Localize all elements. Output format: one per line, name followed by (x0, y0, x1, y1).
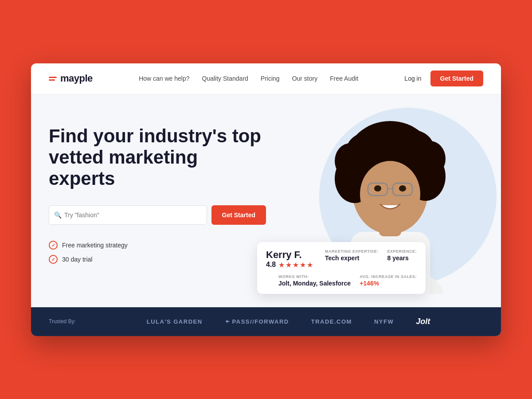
svg-point-16 (374, 185, 381, 192)
experience-value: 8 years (387, 254, 417, 262)
hero-feature-label-1: 30 day trial (62, 256, 92, 263)
star-3: ★ (293, 261, 299, 269)
svg-point-17 (399, 185, 406, 192)
trusted-logos: LULA'S GARDEN PASS//FORWARD TRADE.COM NY… (94, 317, 483, 326)
experience-label: EXPERIENCE: (387, 249, 417, 254)
star-2: ★ (286, 261, 292, 269)
trusted-logo-0: LULA'S GARDEN (147, 318, 203, 325)
nav-right: Log in Get Started (404, 70, 483, 86)
navbar: mayple How can we help? Quality Standard… (31, 63, 501, 94)
nav-link-audit[interactable]: Free Audit (330, 75, 358, 82)
search-icon: 🔍 (54, 211, 62, 219)
login-button[interactable]: Log in (404, 75, 421, 82)
nav-link-story[interactable]: Our story (292, 75, 318, 82)
expertise-label: MARKETING EXPERTISE: (325, 249, 379, 254)
hero-cta-button[interactable]: Get Started (211, 205, 266, 225)
expert-card-top: Kerry F. 4.8 ★ ★ ★ ★ ★ (266, 249, 417, 269)
expert-name-col: Kerry F. 4.8 ★ ★ ★ ★ ★ (266, 249, 313, 269)
hero-title: Find your industry's top vetted marketin… (49, 125, 266, 190)
expert-name: Kerry F. (266, 249, 313, 261)
trusted-logo-3: NYFW (374, 318, 394, 325)
increase-value: +146% (360, 280, 417, 287)
trusted-label: Trusted By: (49, 318, 76, 325)
logo-text: mayple (60, 73, 93, 84)
works-with-value: Jolt, Monday, Salesforce (278, 280, 351, 287)
expert-card: Kerry F. 4.8 ★ ★ ★ ★ ★ (257, 242, 426, 294)
star-5: ★ (307, 261, 313, 269)
logo[interactable]: mayple (49, 73, 93, 84)
nav-link-pricing[interactable]: Pricing (261, 75, 280, 82)
svg-point-9 (364, 125, 417, 165)
check-icon-0 (49, 241, 58, 250)
nav-links: How can we help? Quality Standard Pricin… (139, 75, 358, 82)
browser-window: mayple How can we help? Quality Standard… (31, 63, 501, 336)
hero-feature-0: Free marketing strategy (49, 241, 266, 250)
rating-number: 4.8 (266, 261, 276, 269)
stars: ★ ★ ★ ★ ★ (278, 261, 313, 269)
hero-feature-label-0: Free marketing strategy (62, 242, 128, 249)
expertise-value: Tech expert (325, 254, 379, 262)
hero-left: Find your industry's top vetted marketin… (49, 117, 266, 307)
logo-icon (49, 77, 57, 81)
search-input-wrapper: 🔍 (49, 205, 207, 225)
star-1: ★ (278, 261, 285, 269)
experience-col: EXPERIENCE: 8 years (387, 249, 417, 262)
increase-label: AVG. INCREASE IN SALES: (360, 274, 417, 279)
search-input[interactable] (49, 205, 207, 225)
hero-right: Kerry F. 4.8 ★ ★ ★ ★ ★ (266, 117, 483, 307)
nav-link-quality[interactable]: Quality Standard (202, 75, 248, 82)
hero-feature-1: 30 day trial (49, 255, 266, 264)
expert-meta-bottom: WORKS WITH: Jolt, Monday, Salesforce AVG… (266, 274, 417, 287)
expert-meta-bottom-cols: WORKS WITH: Jolt, Monday, Salesforce AVG… (278, 274, 417, 287)
svg-point-10 (335, 143, 366, 179)
increase-col: AVG. INCREASE IN SALES: +146% (360, 274, 417, 287)
search-bar: 🔍 Get Started (49, 205, 266, 225)
check-icon-1 (49, 255, 58, 264)
svg-point-11 (415, 141, 446, 176)
pass-forward-icon (225, 319, 230, 324)
trusted-logo-1: PASS//FORWARD (225, 318, 289, 325)
expert-rating: 4.8 ★ ★ ★ ★ ★ (266, 261, 313, 269)
hero-section: Find your industry's top vetted marketin… (31, 94, 501, 307)
expertise-col: MARKETING EXPERTISE: Tech expert (325, 249, 379, 262)
trusted-bar: Trusted By: LULA'S GARDEN PASS//FORWARD … (31, 307, 501, 336)
trusted-logo-2: TRADE.COM (311, 318, 352, 325)
expert-meta-top: MARKETING EXPERTISE: Tech expert EXPERIE… (325, 249, 417, 262)
star-4: ★ (300, 261, 306, 269)
works-with-label: WORKS WITH: (278, 274, 351, 279)
works-with-col: WORKS WITH: Jolt, Monday, Salesforce (278, 274, 351, 287)
hero-features: Free marketing strategy 30 day trial (49, 241, 266, 264)
nav-link-how[interactable]: How can we help? (139, 75, 189, 82)
trusted-logo-4: Jolt (416, 317, 430, 326)
nav-cta-button[interactable]: Get Started (430, 70, 483, 86)
